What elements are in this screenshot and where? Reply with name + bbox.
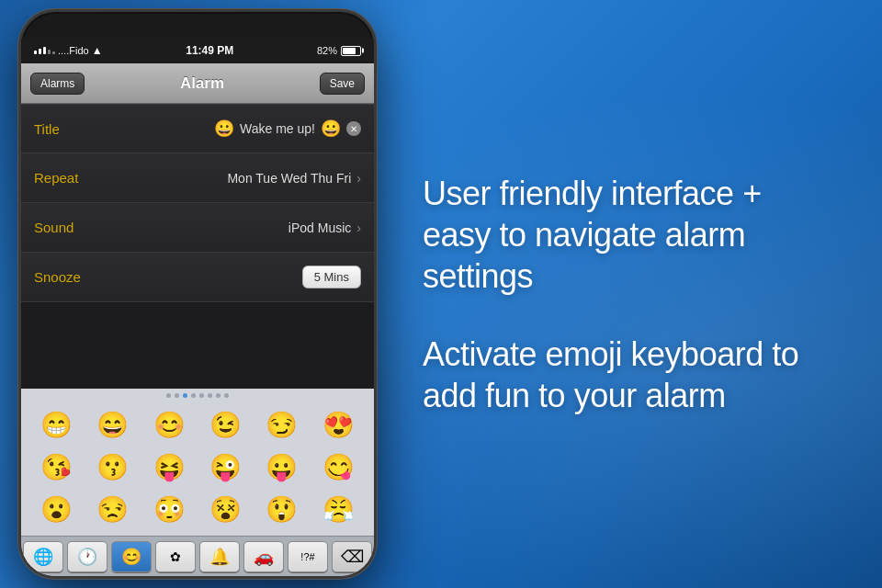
dot-5: [199, 393, 204, 398]
dot-6: [208, 393, 212, 398]
promo-text-2: Activate emoji keyboard to add fun to yo…: [423, 334, 836, 416]
sound-row[interactable]: Sound iPod Music ›: [21, 203, 374, 253]
keyboard-toolbar: 🌐 🕐 😊 ✿ 🔔 🚗 !?# ⌫: [21, 536, 374, 576]
emoji-row-2: 😘 😗 😝 😜 😛 😋: [28, 447, 367, 486]
repeat-chevron: ›: [356, 171, 361, 186]
emoji-key[interactable]: 😉: [207, 405, 245, 444]
title-label: Title: [34, 121, 107, 137]
emoji-key[interactable]: 😁: [38, 405, 76, 444]
emoji-row-3: 😮 😒 😳 😵 😲 😤: [28, 490, 367, 528]
emoji-key[interactable]: 😤: [319, 490, 357, 528]
dot-3: [183, 393, 187, 398]
emoji-key[interactable]: 😳: [150, 490, 188, 528]
keyboard-section: 😁 😄 😊 😉 😏 😍 😘 😗 😝 😜 😛 😋: [21, 389, 374, 576]
flower-key[interactable]: ✿: [155, 541, 196, 572]
status-bar: ....Fido ▲ 11:49 PM 82%: [21, 38, 374, 63]
globe-key[interactable]: 🌐: [23, 541, 63, 572]
battery-icon: [341, 46, 361, 56]
promo-panel: User friendly interface + easy to naviga…: [377, 0, 882, 588]
title-emoji-right: 😀: [321, 119, 341, 139]
signal-icon: [34, 47, 55, 54]
snooze-value-container: 5 Mins: [107, 266, 361, 288]
sound-value: iPod Music ›: [107, 220, 361, 235]
sound-chevron: ›: [356, 220, 361, 235]
title-value-container: 😀 Wake me up! 😀 ✕: [107, 119, 361, 139]
title-row[interactable]: Title 😀 Wake me up! 😀 ✕: [21, 104, 374, 153]
clear-button[interactable]: ✕: [346, 121, 361, 136]
dot-7: [216, 393, 220, 398]
emoji-key[interactable]: 😮: [38, 490, 76, 528]
bell-key[interactable]: 🔔: [199, 541, 240, 572]
number-key[interactable]: !?#: [288, 541, 328, 572]
emoji-key[interactable]: 😗: [94, 447, 132, 486]
nav-title: Alarm: [180, 74, 224, 93]
car-key[interactable]: 🚗: [243, 541, 284, 572]
repeat-row[interactable]: Repeat Mon Tue Wed Thu Fri ›: [21, 153, 374, 203]
sound-label: Sound: [34, 220, 107, 235]
settings-list: Title 😀 Wake me up! 😀 ✕ Repeat Mon Tue W…: [21, 104, 374, 389]
clock-key[interactable]: 🕐: [67, 541, 107, 572]
battery-percent: 82%: [317, 45, 337, 56]
phone-mockup: ....Fido ▲ 11:49 PM 82% Alarms Alarm Sav…: [18, 9, 386, 579]
repeat-value: Mon Tue Wed Thu Fri ›: [107, 171, 361, 186]
dot-4: [191, 393, 196, 398]
repeat-label: Repeat: [34, 170, 107, 186]
emoji-key[interactable]: 😝: [150, 447, 188, 486]
emoji-key[interactable]: 😄: [94, 405, 132, 444]
emoji-grid: 😁 😄 😊 😉 😏 😍 😘 😗 😝 😜 😛 😋: [21, 401, 374, 536]
dot-8: [224, 393, 229, 398]
nav-bar: Alarms Alarm Save: [21, 63, 374, 104]
emoji-key[interactable]: 😊: [150, 405, 188, 444]
keyboard-dots: [21, 389, 374, 401]
status-right: 82%: [317, 45, 361, 56]
status-left: ....Fido ▲: [34, 44, 103, 57]
snooze-row[interactable]: Snooze 5 Mins: [21, 253, 374, 302]
emoji-key[interactable]: 😲: [263, 490, 301, 528]
carrier-label: ....Fido: [58, 45, 89, 56]
title-text: Wake me up!: [240, 121, 315, 136]
snooze-label: Snooze: [34, 269, 107, 285]
emoji-key[interactable]: 😒: [94, 490, 132, 528]
save-button[interactable]: Save: [320, 73, 365, 95]
wifi-icon: ▲: [92, 44, 103, 57]
promo-text-1: User friendly interface + easy to naviga…: [423, 173, 836, 297]
emoji-key[interactable]: 😏: [263, 405, 301, 444]
emoji-key[interactable]: 😋: [319, 447, 357, 486]
title-emoji-left: 😀: [214, 119, 234, 139]
emoji-key[interactable]: 😘: [38, 447, 76, 486]
emoji-row-1: 😁 😄 😊 😉 😏 😍: [28, 405, 367, 444]
time-label: 11:49 PM: [186, 44, 233, 57]
dot-2: [175, 393, 179, 398]
delete-key[interactable]: ⌫: [332, 541, 372, 572]
emoji-key[interactable]: 😜: [207, 447, 245, 486]
emoji-key[interactable]: 😛: [263, 447, 301, 486]
emoji-key[interactable]: 😍: [319, 405, 357, 444]
snooze-value: 5 Mins: [302, 266, 361, 288]
back-button[interactable]: Alarms: [30, 73, 85, 95]
emoji-key[interactable]: 😵: [207, 490, 245, 528]
dot-1: [166, 393, 171, 398]
emoji-tab-key[interactable]: 😊: [111, 541, 152, 572]
